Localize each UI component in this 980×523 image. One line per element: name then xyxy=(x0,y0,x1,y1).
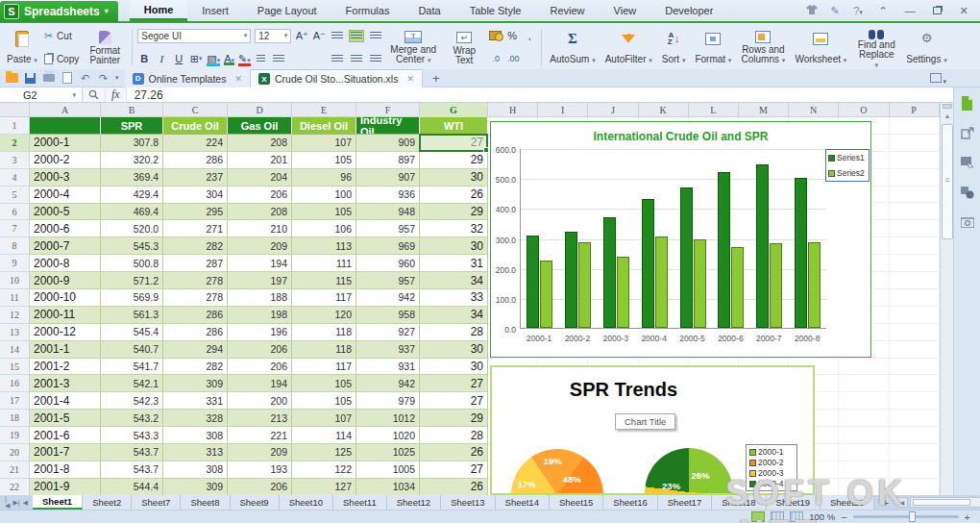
row-header-22[interactable]: 22 xyxy=(0,479,30,495)
cell[interactable]: 543.2 xyxy=(101,410,163,427)
borders-button[interactable]: ⊞▾ xyxy=(189,52,203,65)
magnifier-icon[interactable] xyxy=(83,87,106,102)
cell[interactable]: 206 xyxy=(228,479,292,495)
cell[interactable]: 571.2 xyxy=(101,272,163,289)
cell[interactable]: 2000-9 xyxy=(30,272,101,289)
cell[interactable]: 105 xyxy=(292,204,356,221)
cell[interactable]: 2001-5 xyxy=(30,410,101,427)
page-break-view-icon[interactable] xyxy=(790,511,803,522)
cell[interactable]: 520.0 xyxy=(101,220,163,237)
cell[interactable]: 200 xyxy=(228,392,292,410)
cell[interactable]: 105 xyxy=(292,392,356,410)
cell[interactable]: 206 xyxy=(228,359,292,376)
quick-access-dropdown-icon[interactable]: ▾ xyxy=(115,74,119,82)
insert-picture-icon[interactable] xyxy=(960,155,975,170)
close-tab-icon[interactable]: ✕ xyxy=(234,74,242,84)
row-header-11[interactable]: 11 xyxy=(0,289,30,307)
column-header-O[interactable]: O xyxy=(839,103,889,117)
column-header-I[interactable]: I xyxy=(538,103,588,117)
cell[interactable]: 96 xyxy=(292,169,356,187)
ribbon-tab-insert[interactable]: Insert xyxy=(187,0,243,21)
undo-icon[interactable]: ↶ xyxy=(79,72,91,84)
cell[interactable]: 1034 xyxy=(356,479,420,495)
column-header-A[interactable]: A xyxy=(30,103,101,117)
scroll-up-icon[interactable]: ▲ xyxy=(941,111,954,122)
cell[interactable]: 27 xyxy=(420,135,488,152)
row-header-12[interactable]: 12 xyxy=(0,307,30,324)
row-header-9[interactable]: 9 xyxy=(0,255,30,272)
app-menu-button[interactable]: S Spreadsheets ▾ xyxy=(0,1,118,22)
name-box[interactable]: G2▾ xyxy=(0,87,83,102)
cell[interactable]: 111 xyxy=(292,255,356,272)
cell[interactable]: 193 xyxy=(228,461,292,479)
close-tab-icon[interactable]: ✕ xyxy=(406,74,414,84)
align-center-button[interactable] xyxy=(349,53,364,65)
cell[interactable]: 30 xyxy=(420,359,488,376)
cell[interactable]: 957 xyxy=(356,272,420,289)
cell[interactable]: 540.7 xyxy=(101,341,163,359)
cell[interactable]: 2000-5 xyxy=(30,204,101,221)
wrap-text-button[interactable]: ↵ Wrap Text xyxy=(443,27,485,67)
cell[interactable]: 213 xyxy=(228,410,292,427)
cell[interactable]: 1020 xyxy=(356,427,420,444)
cell[interactable]: 206 xyxy=(228,341,292,359)
bar-chart-legend[interactable]: Series1Series2 xyxy=(825,149,870,182)
cell[interactable]: 29 xyxy=(420,152,488,169)
fill-color-button[interactable]: ▧▾ xyxy=(207,53,220,65)
cell[interactable]: 295 xyxy=(163,204,228,221)
format-painter-button[interactable]: Format Painter xyxy=(83,27,127,67)
cell[interactable]: 469.4 xyxy=(101,204,163,221)
cell[interactable]: 224 xyxy=(163,135,228,152)
cell[interactable]: 2001-9 xyxy=(30,479,101,495)
percent-format-button[interactable]: % xyxy=(505,29,519,42)
cell[interactable]: 197 xyxy=(228,272,292,289)
normal-view-icon[interactable] xyxy=(751,511,765,522)
cell[interactable]: 308 xyxy=(163,461,228,479)
italic-button[interactable]: I xyxy=(155,52,168,65)
cell[interactable]: 542.3 xyxy=(101,392,163,410)
save-icon[interactable] xyxy=(24,72,37,84)
cell[interactable]: 34 xyxy=(420,307,488,324)
row-header-1[interactable]: 1 xyxy=(0,117,30,135)
column-header-B[interactable]: B xyxy=(101,103,163,117)
add-sheet-button[interactable]: + xyxy=(874,495,895,510)
cell[interactable]: 286 xyxy=(163,307,228,324)
ribbon-tab-table-style[interactable]: Table Style xyxy=(455,0,536,21)
shrink-font-button[interactable]: A⁻ xyxy=(312,29,326,42)
cell[interactable]: 543.7 xyxy=(101,461,163,479)
cell[interactable]: 545.4 xyxy=(101,324,163,341)
cell[interactable]: 28 xyxy=(420,427,488,444)
row-header-14[interactable]: 14 xyxy=(0,341,30,359)
font-name-select[interactable]: Segoe UI▾ xyxy=(137,29,251,43)
scroll-left-icon[interactable]: ◀ xyxy=(896,497,908,508)
cell[interactable]: 30 xyxy=(420,169,488,187)
cell[interactable]: 107 xyxy=(292,135,356,152)
cell[interactable]: 2000-6 xyxy=(30,220,101,237)
cell[interactable]: 320.2 xyxy=(101,152,163,169)
help-button[interactable]: ?▾ xyxy=(851,5,865,16)
formula-input[interactable]: 27.26 xyxy=(127,87,953,102)
cell[interactable]: 114 xyxy=(292,427,356,444)
cell[interactable]: 1005 xyxy=(356,461,420,479)
print-icon[interactable] xyxy=(42,72,55,84)
cell[interactable]: 29 xyxy=(420,410,488,427)
header-cell[interactable]: Industry Oil xyxy=(356,117,420,135)
cell[interactable]: 1025 xyxy=(356,444,420,461)
cell[interactable]: 2001-6 xyxy=(30,427,101,444)
new-file-icon[interactable] xyxy=(6,72,18,84)
vertical-scrollbar[interactable]: ▲ xyxy=(940,103,953,495)
document-tab[interactable]: DOnline Templates✕ xyxy=(125,69,251,87)
cell[interactable]: 287 xyxy=(163,255,228,272)
comma-format-button[interactable]: , xyxy=(523,29,536,42)
new-document-icon[interactable] xyxy=(960,95,975,111)
cell[interactable]: 282 xyxy=(163,359,228,376)
cell[interactable]: 107 xyxy=(292,410,356,427)
cell[interactable]: 2000-12 xyxy=(30,324,101,341)
cell[interactable]: 307.8 xyxy=(101,135,163,152)
ribbon-tab-home[interactable]: Home xyxy=(130,0,188,21)
last-sheet-icon[interactable]: ▶| xyxy=(12,499,19,507)
cell[interactable]: 909 xyxy=(356,135,420,152)
cell[interactable]: 118 xyxy=(292,341,356,359)
align-top-button[interactable] xyxy=(330,30,345,42)
split-handle[interactable] xyxy=(943,104,952,109)
